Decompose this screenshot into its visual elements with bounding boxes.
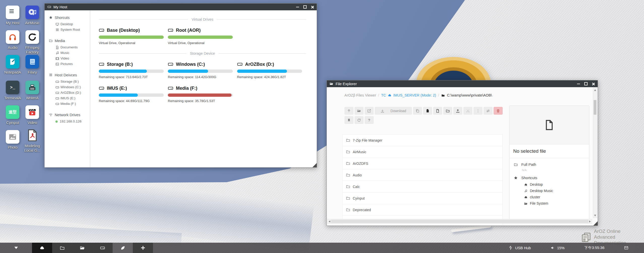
drive-card-storage-b[interactable]: Storage (B:) Remaining space: 713.64G/2.…: [99, 61, 168, 79]
sidebar-item-pictures[interactable]: Pictures: [55, 61, 90, 67]
drive-icon: [237, 61, 243, 67]
vertical-scrollbar[interactable]: [593, 88, 597, 218]
sidebar-item-system-root[interactable]: System Root: [55, 27, 90, 33]
cut-button[interactable]: [463, 107, 472, 115]
new-folder-button[interactable]: [443, 107, 452, 115]
desktop-icon-video[interactable]: Video: [20, 105, 45, 125]
go-up-button[interactable]: [344, 107, 353, 115]
notifications-button[interactable]: [624, 246, 628, 250]
taskbar-collapse-button[interactable]: [0, 243, 32, 253]
delete-button[interactable]: [494, 107, 503, 115]
scrollbar-thumb[interactable]: [331, 220, 588, 223]
drive-icon: [99, 27, 104, 33]
upload-button[interactable]: [453, 107, 462, 115]
breadcrumb-root[interactable]: ArOZβ Files Viewer: [344, 93, 376, 97]
usb-hub-status[interactable]: USB Hub: [508, 246, 531, 250]
resize-handle[interactable]: [593, 221, 598, 226]
my-host-app-icon: [6, 6, 19, 19]
sidebar-item-arozbox-d[interactable]: ArOZBox (D:): [55, 90, 90, 96]
sidebar-section-network-drives[interactable]: Network Drives: [49, 113, 90, 117]
maximize-icon[interactable]: [584, 82, 588, 85]
open-in-new-window-button[interactable]: [365, 107, 374, 115]
desktop-icon-ffmpeg-factory[interactable]: FFmpeg Factory: [20, 30, 45, 54]
scroll-right-icon[interactable]: [589, 220, 591, 223]
trash-icon: [496, 109, 500, 113]
drive-card-windows-c[interactable]: Windows (C:) Remaining space: 114.42G/30…: [168, 61, 237, 79]
desktop-icon-airmusic[interactable]: AirMusic: [20, 6, 45, 25]
folder-open-icon: [80, 245, 85, 250]
resize-handle[interactable]: [312, 163, 317, 167]
sidebar-section-shortcuts[interactable]: Shorcuts: [49, 15, 90, 20]
sidebar-header: Shorcuts: [55, 15, 70, 20]
breadcrumb-host[interactable]: TC IMUS_SERVER (Mode: 2): [381, 93, 436, 97]
drive-card-root[interactable]: Root (AOR) Virtual Drive, Operational: [168, 27, 237, 45]
paste-button[interactable]: [423, 107, 432, 115]
desktop-icon-modeling-doc[interactable]: Modeling Local G...: [20, 129, 45, 153]
sidebar-header: Host Deivces: [55, 73, 77, 77]
open-button[interactable]: [355, 107, 364, 115]
folder-icon: [346, 173, 350, 177]
move-button[interactable]: [484, 107, 493, 115]
horizontal-scrollbar[interactable]: [327, 219, 592, 224]
drive-card-media-f[interactable]: Media (F:) Remaining space: 35.78G/1.53T: [168, 85, 237, 103]
drive-card-imus-e[interactable]: IMUS (E:) Remaining space: 44.69G/111.79…: [99, 85, 168, 103]
shortcut-desktop[interactable]: Desktop: [524, 181, 589, 188]
drive-usage-bar: [168, 36, 233, 39]
sidebar-item-desktop[interactable]: Desktop: [55, 21, 90, 27]
file-row-airmusic[interactable]: AirMusic: [343, 146, 502, 158]
drive-name: Windows (C:): [176, 62, 205, 67]
volume-status[interactable]: 15%: [551, 246, 565, 250]
bookmark-button[interactable]: [344, 116, 353, 124]
file-row-deprecated[interactable]: Deprecated: [343, 204, 502, 216]
sidebar-item-label: 192.168.0.126: [60, 119, 81, 124]
sidebar-section-host-devices[interactable]: Host Deivces: [49, 73, 90, 77]
taskbar-item-folder[interactable]: [52, 243, 72, 253]
minimize-icon[interactable]: [577, 84, 580, 84]
scrollbar-thumb[interactable]: [594, 100, 596, 115]
desktop-icon-writera[interactable]: WriterA: [20, 81, 45, 100]
sidebar-item-windows-c[interactable]: Windows (C:): [55, 84, 90, 90]
file-row-arozdfs[interactable]: ArOZDFS: [343, 158, 502, 169]
help-button[interactable]: ?: [365, 116, 374, 124]
sidebar-item-music[interactable]: Music: [55, 50, 90, 56]
shortcut-desktop-music[interactable]: Desktop Music: [524, 188, 589, 194]
sidebar-item-documents[interactable]: Documents: [55, 45, 90, 50]
drive-card-arozbox-d[interactable]: ArOZBox (D:) Remaining space: 424.36G/1.…: [237, 61, 306, 79]
breadcrumb-path[interactable]: C:\wamp\www\private\AOB\: [441, 93, 492, 97]
maximize-icon[interactable]: [303, 5, 307, 9]
sidebar-item-video[interactable]: Video: [55, 56, 90, 61]
taskbar-item-my-host[interactable]: [92, 243, 113, 253]
file-row-calc[interactable]: Calc: [343, 181, 502, 193]
rename-button[interactable]: [473, 107, 482, 115]
file-row-7zip[interactable]: 7-Zip File Manager: [343, 135, 502, 146]
my-host-titlebar[interactable]: My Host: [45, 4, 317, 10]
minimize-icon[interactable]: [296, 7, 299, 7]
my-host-sidebar: Shorcuts Desktop System Root Media Docum…: [45, 10, 90, 167]
taskbar-item-cloud[interactable]: [32, 243, 52, 253]
scroll-left-icon[interactable]: [329, 220, 330, 223]
file-explorer-titlebar[interactable]: File Explorer: [327, 80, 598, 87]
taskbar-item-leaf[interactable]: [113, 243, 133, 253]
clock[interactable]: 下午3:55:36: [584, 245, 604, 250]
sidebar-section-media[interactable]: Media: [49, 39, 90, 43]
download-button[interactable]: Download: [375, 107, 412, 115]
shortcut-file-system[interactable]: File System: [524, 200, 589, 207]
close-icon[interactable]: [592, 82, 595, 85]
sidebar-item-storage-b[interactable]: Storage (B:): [55, 79, 90, 84]
close-icon[interactable]: [311, 6, 314, 9]
sidebar-item-imus-e[interactable]: IMUS (E:): [55, 96, 90, 101]
copy-button[interactable]: [413, 107, 422, 115]
drive-card-base[interactable]: Base (Desktop) Virtual Drive, Operationa…: [99, 27, 168, 45]
new-file-button[interactable]: [433, 107, 442, 115]
taskbar-item-file-explorer[interactable]: [72, 243, 92, 253]
sidebar-item-media-f[interactable]: Media (F:): [55, 101, 90, 107]
refresh-button[interactable]: [355, 116, 364, 124]
scroll-down-icon[interactable]: [594, 215, 596, 216]
taskbar-item-add[interactable]: [133, 243, 153, 253]
shortcut-cluster[interactable]: cluster: [524, 194, 589, 200]
file-row-cyinput[interactable]: Cyinput: [343, 193, 502, 204]
scroll-up-icon[interactable]: [594, 89, 596, 91]
file-row-audio[interactable]: Audio: [343, 169, 502, 181]
desktop-icon-filary[interactable]: Filary: [20, 55, 45, 75]
sidebar-item-network-host[interactable]: 192.168.0.126: [55, 119, 90, 124]
